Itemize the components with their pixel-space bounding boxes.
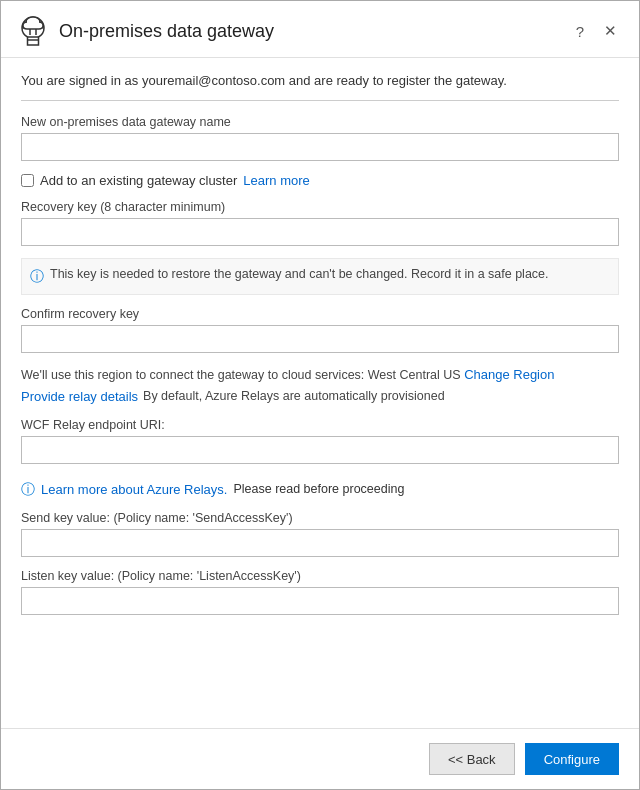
info-icon: ⓘ	[30, 267, 44, 287]
dialog-title: On-premises data gateway	[59, 21, 560, 42]
footer: << Back Configure	[1, 728, 639, 789]
learn-more-link[interactable]: Learn more	[243, 173, 309, 188]
wcf-label: WCF Relay endpoint URI:	[21, 418, 619, 432]
confirm-recovery-input[interactable]	[21, 325, 619, 353]
wcf-info-row: ⓘ Learn more about Azure Relays. Please …	[21, 480, 619, 499]
send-key-input[interactable]	[21, 529, 619, 557]
recovery-key-label: Recovery key (8 character minimum)	[21, 200, 619, 214]
wcf-info-icon: ⓘ	[21, 481, 35, 499]
gateway-name-group: New on-premises data gateway name	[21, 115, 619, 161]
divider	[21, 100, 619, 101]
help-button[interactable]: ?	[570, 21, 590, 42]
relay-description: By default, Azure Relays are automatical…	[143, 389, 445, 403]
listen-key-label: Listen key value: (Policy name: 'ListenA…	[21, 569, 619, 583]
confirm-recovery-label: Confirm recovery key	[21, 307, 619, 321]
add-cluster-label: Add to an existing gateway cluster	[40, 173, 237, 188]
title-bar: On-premises data gateway ? ✕	[1, 1, 639, 58]
back-button[interactable]: << Back	[429, 743, 515, 775]
provide-relay-link[interactable]: Provide relay details	[21, 389, 138, 404]
recovery-key-info-text: This key is needed to restore the gatewa…	[50, 266, 549, 284]
content-area: You are signed in as youremail@contoso.c…	[1, 58, 639, 728]
recovery-key-info-row: ⓘ This key is needed to restore the gate…	[21, 258, 619, 295]
add-cluster-row: Add to an existing gateway cluster Learn…	[21, 173, 619, 188]
recovery-key-group: Recovery key (8 character minimum)	[21, 200, 619, 246]
wcf-input[interactable]	[21, 436, 619, 464]
configure-button[interactable]: Configure	[525, 743, 619, 775]
subtitle-text: You are signed in as youremail@contoso.c…	[21, 72, 619, 90]
wcf-learn-more-link[interactable]: Learn more about Azure Relays.	[41, 482, 227, 497]
send-key-label: Send key value: (Policy name: 'SendAcces…	[21, 511, 619, 525]
listen-key-input[interactable]	[21, 587, 619, 615]
title-controls: ? ✕	[570, 20, 623, 42]
recovery-key-input[interactable]	[21, 218, 619, 246]
gateway-icon	[17, 15, 49, 47]
add-cluster-checkbox[interactable]	[21, 174, 34, 187]
gateway-name-label: New on-premises data gateway name	[21, 115, 619, 129]
gateway-name-input[interactable]	[21, 133, 619, 161]
change-region-link[interactable]: Change Region	[464, 367, 554, 382]
relay-row: Provide relay details By default, Azure …	[21, 389, 619, 404]
send-key-group: Send key value: (Policy name: 'SendAcces…	[21, 511, 619, 557]
region-row: We'll use this region to connect the gat…	[21, 365, 619, 385]
dialog: On-premises data gateway ? ✕ You are sig…	[0, 0, 640, 790]
wcf-info-text: Please read before proceeding	[233, 482, 404, 496]
confirm-recovery-group: Confirm recovery key	[21, 307, 619, 353]
wcf-group: WCF Relay endpoint URI:	[21, 418, 619, 464]
listen-key-group: Listen key value: (Policy name: 'ListenA…	[21, 569, 619, 615]
close-button[interactable]: ✕	[598, 20, 623, 42]
region-text: We'll use this region to connect the gat…	[21, 368, 461, 382]
